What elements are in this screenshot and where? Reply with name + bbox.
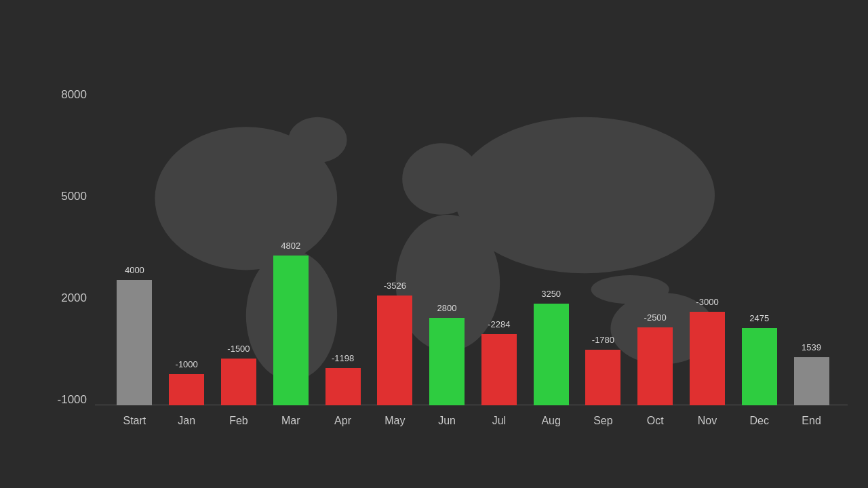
bar-value-start: 4000 bbox=[125, 265, 144, 275]
spacer-apr bbox=[326, 256, 361, 368]
x-label-start: Start bbox=[123, 415, 146, 427]
bar-jun: 2800 bbox=[429, 318, 465, 405]
x-label-jul: Jul bbox=[492, 415, 506, 427]
bar-group-feb: -1500Feb bbox=[213, 296, 265, 405]
bar-group-apr: -1198Apr bbox=[317, 256, 369, 405]
chart-plot: 4000Start-1000Jan-1500Feb4802Mar-1198Apr… bbox=[95, 88, 848, 447]
bar-feb: -1500 bbox=[221, 359, 256, 405]
bar-value-oct: -2500 bbox=[644, 312, 667, 323]
bar-jan: -1000 bbox=[169, 374, 204, 405]
bar-value-apr: -1198 bbox=[332, 353, 354, 363]
bar-group-sep: -1780Sep bbox=[577, 282, 629, 405]
x-label-oct: Oct bbox=[647, 415, 664, 427]
bar-value-sep: -1780 bbox=[592, 335, 614, 345]
bar-group-oct: -2500Oct bbox=[629, 315, 682, 405]
x-label-may: May bbox=[384, 415, 405, 427]
bar-value-nov: -3000 bbox=[696, 297, 718, 307]
x-label-jun: Jun bbox=[438, 415, 456, 427]
bar-jul: -2284 bbox=[481, 334, 517, 405]
bar-sep: -1780 bbox=[585, 350, 620, 405]
bar-group-jan: -1000Jan bbox=[161, 280, 213, 405]
bar-may: -3526 bbox=[377, 296, 412, 405]
bar-value-jun: 2800 bbox=[437, 303, 457, 313]
chart-area: 8000 5000 2000 -1000 4000Start-1000Jan-1… bbox=[41, 88, 854, 447]
x-label-nov: Nov bbox=[698, 415, 717, 427]
bar-group-may: -3526May bbox=[369, 293, 421, 405]
bars-container: 4000Start-1000Jan-1500Feb4802Mar-1198Apr… bbox=[108, 94, 837, 405]
y-label-8000: 8000 bbox=[61, 88, 87, 102]
y-axis: 8000 5000 2000 -1000 bbox=[41, 88, 95, 407]
bar-value-jan: -1000 bbox=[176, 359, 198, 369]
bar-group-dec: 2475Dec bbox=[733, 328, 785, 405]
bar-group-nov: -3000Nov bbox=[682, 312, 734, 405]
y-label-neg1000: -1000 bbox=[58, 393, 87, 407]
bar-group-jun: 2800Jun bbox=[421, 318, 473, 405]
bar-value-aug: 3250 bbox=[541, 289, 561, 299]
bar-apr: -1198 bbox=[326, 368, 361, 405]
bar-value-may: -3526 bbox=[384, 281, 406, 291]
bar-nov: -3000 bbox=[690, 312, 725, 405]
x-label-jan: Jan bbox=[178, 415, 195, 427]
y-label-2000: 2000 bbox=[61, 291, 87, 305]
bar-group-end: 1539End bbox=[785, 357, 837, 405]
x-label-aug: Aug bbox=[541, 415, 560, 427]
bar-group-aug: 3250Aug bbox=[525, 304, 577, 405]
y-label-5000: 5000 bbox=[61, 190, 87, 203]
bar-oct: -2500 bbox=[637, 327, 673, 405]
bar-mar: 4802 bbox=[273, 256, 309, 405]
bar-group-jul: -2284Jul bbox=[473, 287, 525, 405]
x-label-apr: Apr bbox=[334, 415, 351, 427]
bar-group-mar: 4802Mar bbox=[264, 256, 317, 405]
bar-start: 4000 bbox=[117, 280, 152, 405]
x-label-end: End bbox=[802, 415, 821, 427]
bar-value-end: 1539 bbox=[802, 342, 821, 352]
bar-value-feb: -1500 bbox=[227, 344, 250, 354]
bar-value-jul: -2284 bbox=[488, 319, 510, 329]
x-label-mar: Mar bbox=[281, 415, 300, 427]
x-label-feb: Feb bbox=[229, 415, 248, 427]
chart-title bbox=[0, 0, 868, 22]
x-label-sep: Sep bbox=[593, 415, 612, 427]
bar-aug: 3250 bbox=[534, 304, 569, 405]
x-label-dec: Dec bbox=[750, 415, 769, 427]
bar-end: 1539 bbox=[794, 357, 829, 405]
bar-group-start: 4000Start bbox=[108, 280, 161, 405]
bar-value-dec: 2475 bbox=[749, 313, 769, 323]
bar-dec: 2475 bbox=[742, 328, 777, 405]
bar-value-mar: 4802 bbox=[281, 241, 300, 251]
